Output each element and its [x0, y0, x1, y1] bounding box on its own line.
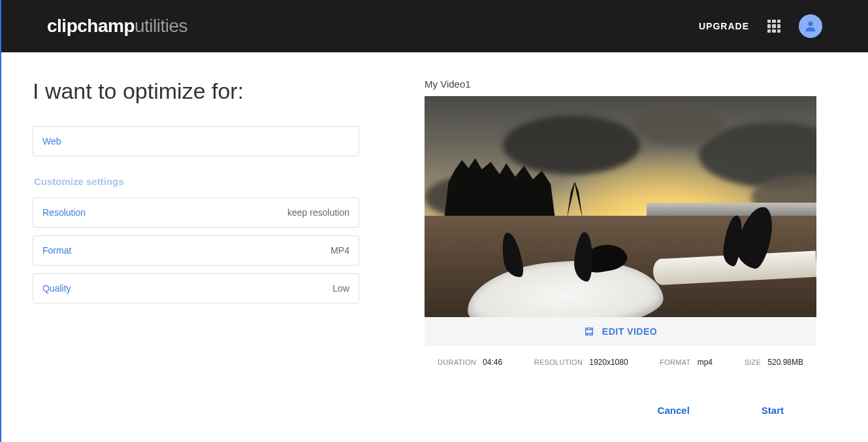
resolution-select[interactable]: Resolution keep resolution: [33, 197, 359, 228]
svg-point-0: [808, 22, 812, 26]
customize-toggle[interactable]: Customize settings: [34, 176, 359, 187]
logo-sub: utilities: [135, 16, 187, 36]
video-preview[interactable]: [425, 96, 816, 317]
format-select[interactable]: Format MP4: [33, 235, 359, 265]
meta-format: FORMAT mp4: [660, 358, 713, 367]
main-content: I want to optimize for: Web Customize se…: [1, 52, 868, 435]
meta-duration-value: 04:46: [483, 358, 502, 367]
meta-resolution: RESOLUTION 1920x1080: [534, 358, 628, 367]
meta-format-key: FORMAT: [660, 358, 690, 366]
film-icon: [584, 326, 594, 337]
meta-format-value: mp4: [698, 358, 713, 367]
preset-label: Web: [42, 136, 61, 146]
start-button[interactable]: Start: [762, 405, 784, 416]
meta-size-key: SIZE: [745, 358, 762, 366]
logo: clipchamputilities: [47, 16, 187, 37]
video-title: My Video1: [425, 78, 842, 90]
meta-resolution-value: 1920x1080: [589, 358, 628, 367]
page-title: I want to optimize for:: [33, 78, 359, 104]
quality-value: Low: [332, 283, 349, 294]
meta-resolution-key: RESOLUTION: [534, 358, 583, 366]
meta-size: SIZE 520.98MB: [745, 358, 803, 367]
quality-select[interactable]: Quality Low: [33, 273, 359, 303]
app-header: clipchamputilities UPGRADE: [1, 0, 868, 52]
edit-video-button[interactable]: EDIT VIDEO: [425, 317, 816, 346]
meta-size-value: 520.98MB: [767, 358, 803, 367]
upgrade-button[interactable]: UPGRADE: [699, 21, 749, 31]
resolution-value: keep resolution: [287, 207, 349, 218]
settings-panel: I want to optimize for: Web Customize se…: [33, 78, 359, 416]
edit-video-label: EDIT VIDEO: [602, 326, 657, 337]
logo-brand: clipchamp: [47, 16, 135, 36]
apps-icon[interactable]: [767, 20, 780, 33]
preset-select[interactable]: Web: [33, 126, 359, 156]
video-metadata: DURATION 04:46 RESOLUTION 1920x1080 FORM…: [425, 346, 816, 372]
meta-duration: DURATION 04:46: [438, 358, 502, 367]
preview-panel: My Video1 EDIT VIDEO DURATION 04:46 R: [425, 78, 842, 416]
avatar[interactable]: [799, 14, 822, 38]
format-label: Format: [42, 245, 71, 256]
cancel-button[interactable]: Cancel: [658, 405, 690, 416]
header-actions: UPGRADE: [699, 14, 822, 38]
resolution-label: Resolution: [42, 207, 86, 218]
action-bar: Cancel Start: [425, 372, 816, 416]
format-value: MP4: [330, 245, 349, 256]
meta-duration-key: DURATION: [438, 358, 476, 366]
user-icon: [803, 19, 818, 33]
quality-label: Quality: [42, 283, 71, 294]
